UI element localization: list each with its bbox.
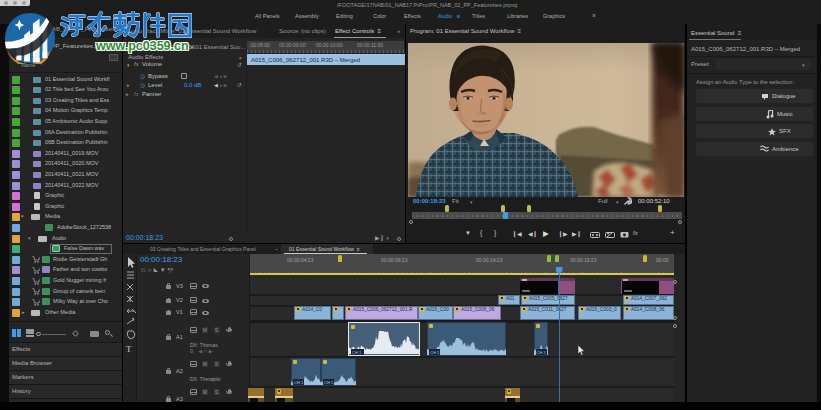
svg-text:T: T <box>126 344 132 354</box>
